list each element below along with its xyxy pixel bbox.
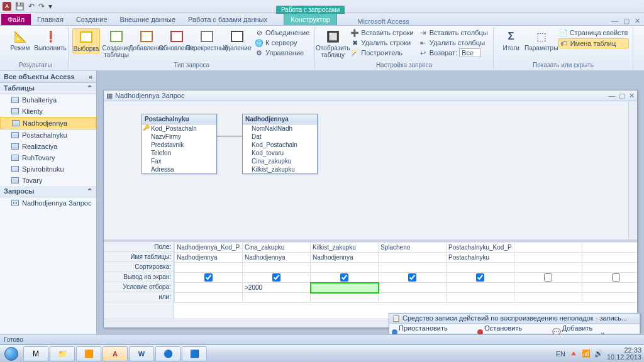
field-item[interactable]: Kod_Postachaln <box>243 141 317 149</box>
grid-cell[interactable] <box>582 283 638 293</box>
system-tray[interactable]: EN 🔺 📶 🔊 22:3310.12.2013 <box>556 347 644 361</box>
field-item[interactable]: Fax <box>142 157 216 165</box>
grid-cell[interactable] <box>582 293 638 303</box>
taskbar-explorer[interactable]: 📁 <box>50 346 75 361</box>
propsheet-button[interactable]: 📄Страница свойств <box>558 28 630 37</box>
minimize-icon[interactable]: — <box>611 17 618 25</box>
restore-icon[interactable]: ▢ <box>623 17 630 25</box>
design-surface[interactable]: PostachalnykuKod_PostachalnNazvFirmyPred… <box>104 101 637 239</box>
min-icon[interactable]: — <box>608 92 615 100</box>
taskbar-access[interactable]: A <box>103 346 128 361</box>
field-item[interactable]: Dat <box>243 133 317 141</box>
insertrows-button[interactable]: ➕Вставить строки <box>349 28 414 37</box>
tab-create[interactable]: Создание <box>70 14 114 25</box>
grid-cell[interactable]: Kilkist_zakupku <box>311 243 379 253</box>
grid-cell[interactable]: Nadhodjennya <box>175 253 243 263</box>
grid-cell[interactable] <box>311 273 379 283</box>
select-query-button[interactable]: Выборка <box>72 28 100 53</box>
grid-cell[interactable] <box>311 263 379 273</box>
tab-external[interactable]: Внешние данные <box>114 14 182 25</box>
steps-recorder[interactable]: 📋 Средство записи действий по воспроизве… <box>389 313 640 334</box>
nav-item[interactable]: RuhTovary <box>0 152 96 163</box>
field-item[interactable]: Cina_zakupku <box>243 157 317 165</box>
field-item[interactable]: Predstavnik <box>142 141 216 149</box>
clock[interactable]: 22:3310.12.2013 <box>607 347 641 361</box>
max-icon[interactable]: ▢ <box>619 92 625 100</box>
showtable-button[interactable]: 🔲Отобразить таблицу <box>319 28 347 59</box>
deleterows-button[interactable]: ✖Удалить строки <box>349 38 414 47</box>
crosstab-button[interactable]: Перекрестный <box>193 28 221 52</box>
grid-cell[interactable] <box>243 293 311 303</box>
totals-button[interactable]: ΣИтоги <box>497 28 525 52</box>
grid-cell[interactable] <box>447 263 514 273</box>
nav-item[interactable]: Realizaciya <box>0 141 96 152</box>
grid-cell[interactable] <box>175 283 243 293</box>
return-combo[interactable]: ↩Возврат: Все <box>418 48 489 57</box>
grid-cell[interactable] <box>514 253 582 263</box>
grid-cell[interactable] <box>243 263 311 273</box>
show-checkbox[interactable] <box>544 273 552 282</box>
show-checkbox[interactable] <box>408 273 416 282</box>
append-button[interactable]: Добавление <box>133 28 160 52</box>
show-checkbox[interactable] <box>612 273 620 282</box>
grid-cell[interactable] <box>379 253 447 263</box>
passthrough-button[interactable]: 🌐К серверу <box>253 38 311 47</box>
design-vscroll[interactable] <box>628 101 637 239</box>
grid-cell[interactable]: Nadhodjennya_Kod_P <box>175 243 243 253</box>
grid-cell[interactable] <box>447 293 514 303</box>
chevron-left-icon[interactable]: « <box>89 73 92 80</box>
tab-design[interactable]: Конструктор <box>284 13 337 25</box>
field-item[interactable]: NazvFirmy <box>142 133 216 141</box>
grid-cell[interactable] <box>514 243 582 253</box>
run-button[interactable]: ❗Выполнить <box>36 28 64 52</box>
save-icon[interactable]: 💾 <box>15 2 25 11</box>
join-line[interactable] <box>217 136 242 136</box>
union-button[interactable]: ⊘Объединение <box>253 28 311 37</box>
delete-query-button[interactable]: Удаление <box>223 28 251 52</box>
grid-cell[interactable]: Postachalnyku <box>447 253 514 263</box>
close-icon[interactable]: ✕ <box>635 17 640 25</box>
field-item[interactable]: Telefon <box>142 149 216 157</box>
grid-cell[interactable]: >2000 <box>243 283 311 293</box>
deletecols-button[interactable]: ⇤Удалить столбцы <box>418 38 489 47</box>
nav-item[interactable]: Tovary <box>0 175 96 186</box>
grid-cell[interactable] <box>379 283 447 293</box>
taskbar-app-1[interactable]: M <box>23 346 48 361</box>
grid-cell[interactable] <box>514 263 582 273</box>
tab-file[interactable]: Файл <box>1 14 31 25</box>
redo-icon[interactable]: ↷ <box>38 2 45 11</box>
taskbar-app-7[interactable]: 🟦 <box>182 346 207 361</box>
datadef-button[interactable]: ⚙Управление <box>253 48 311 57</box>
show-checkbox[interactable] <box>272 273 280 282</box>
grid-cell[interactable] <box>175 293 243 303</box>
table-box[interactable]: NadhodjennyaNomNaklNadhDatKod_Postachaln… <box>242 114 318 174</box>
tray-icon[interactable]: 🔺 <box>569 349 578 358</box>
nav-item[interactable]: Nadhodjennya <box>0 117 96 129</box>
nav-item[interactable]: Buhalteriya <box>0 94 96 106</box>
grid-cell[interactable] <box>379 293 447 303</box>
grid-cell[interactable] <box>243 273 311 283</box>
nav-item[interactable]: Nadhodjennya Запрос <box>0 197 96 209</box>
grid-cell[interactable] <box>379 263 447 273</box>
grid-cell[interactable] <box>582 273 638 283</box>
insertcols-button[interactable]: ⇥Вставить столбцы <box>418 28 489 37</box>
nav-item[interactable]: Spivrobitnuku <box>0 163 96 175</box>
maketable-button[interactable]: Создание таблицы <box>103 28 130 59</box>
field-item[interactable]: Kilkist_zakupku <box>243 165 317 173</box>
grid-cell[interactable]: Nadhodjennya <box>243 253 311 263</box>
grid-cell[interactable] <box>582 253 638 263</box>
grid-cell[interactable]: Splacheno <box>379 243 447 253</box>
grid-cell[interactable] <box>175 273 243 283</box>
table-box[interactable]: PostachalnykuKod_PostachalnNazvFirmyPred… <box>142 114 217 174</box>
grid-cell[interactable]: Postachalnyku_Kod_P <box>447 243 514 253</box>
grid-cell[interactable] <box>514 273 582 283</box>
show-checkbox[interactable] <box>476 273 484 282</box>
grid-cell[interactable] <box>514 293 582 303</box>
builder-button[interactable]: 🪄Построитель <box>349 48 414 57</box>
tablenames-button[interactable]: 🏷Имена таблиц <box>558 38 630 48</box>
params-button[interactable]: ⬚Параметры <box>528 28 555 52</box>
nav-group[interactable]: Таблицы⌃ <box>0 83 96 94</box>
undo-icon[interactable]: ↶ <box>28 2 35 11</box>
field-item[interactable]: NomNaklNadh <box>243 124 317 133</box>
show-checkbox[interactable] <box>204 273 213 282</box>
